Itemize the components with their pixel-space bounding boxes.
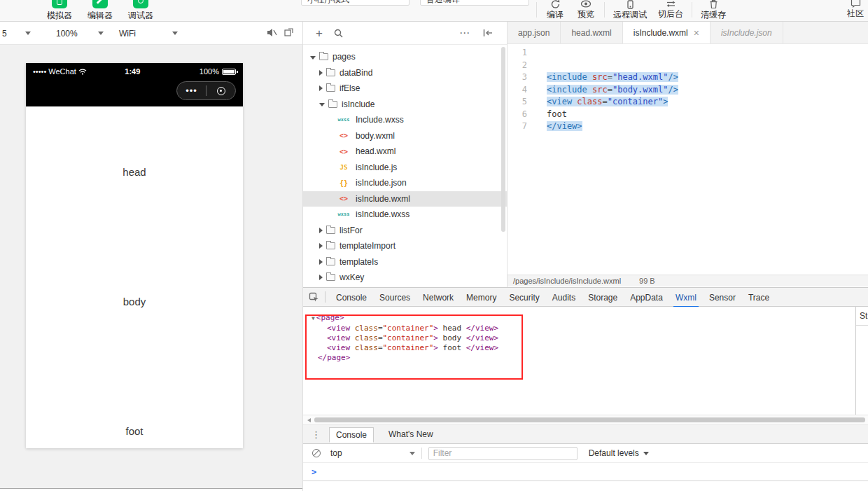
close-icon[interactable]: × (694, 28, 699, 38)
console-filter-input[interactable] (428, 447, 578, 460)
compile-button[interactable]: 编译 (540, 0, 570, 21)
wxml-node[interactable]: ▼<page> (312, 313, 855, 324)
tree-item-isInclude.wxml[interactable]: <>isInclude.wxml (303, 191, 507, 207)
code-token: </view> (466, 324, 498, 333)
file-tree-scrollbar[interactable] (501, 47, 505, 232)
zoom-select[interactable]: 100% (56, 22, 104, 45)
tree-item-head.wxml[interactable]: <>head.wxml (303, 144, 507, 160)
drawer-tab-whats-new[interactable]: What's New (382, 427, 440, 441)
tree-item-dataBind[interactable]: dataBind (303, 65, 507, 81)
chevron-right-icon[interactable] (319, 243, 323, 249)
network-select-value: WiFi (119, 29, 136, 39)
capsule-menu[interactable]: ••• (176, 81, 236, 100)
devtools-tab-network[interactable]: Network (416, 288, 460, 307)
debugger-button[interactable]: 调试器 (120, 0, 161, 22)
editor-tab-isInclude.json[interactable]: isInclude.json (710, 22, 783, 43)
scroll-left-icon[interactable] (307, 418, 311, 422)
code-token: <include (547, 85, 587, 95)
wxml-node[interactable]: <view class="container"> body </view> (312, 333, 855, 343)
code-line-text: </view> (547, 121, 582, 131)
capsule-more-icon[interactable]: ••• (177, 82, 206, 99)
carrier-label: ••••• WeChat (33, 67, 87, 76)
editor-tab-head.wxml[interactable]: head.wxml (561, 22, 622, 43)
folder-icon (326, 242, 335, 249)
mode-select[interactable]: 小程序模式 (301, 0, 410, 6)
chevron-down-icon[interactable] (319, 103, 325, 106)
network-select[interactable]: WiFi (119, 22, 178, 45)
chevron-right-icon[interactable] (319, 70, 323, 76)
folder-icon (326, 69, 335, 76)
mute-icon[interactable] (267, 28, 277, 39)
phone-statusbar: ••••• WeChat 1:49 100% ••• (26, 63, 243, 106)
console-input-line[interactable]: > (303, 463, 868, 481)
chevron-right-icon[interactable] (319, 275, 323, 280)
tree-item-isInclude.wxss[interactable]: wxssisInclude.wxss (303, 207, 507, 223)
editor-tab-isInclude.wxml[interactable]: isInclude.wxml× (623, 22, 710, 43)
clear-console-icon[interactable] (312, 449, 321, 457)
device-select[interactable]: 5 (2, 22, 31, 45)
detach-window-icon[interactable] (284, 28, 293, 39)
tree-item-ifElse[interactable]: ifElse (303, 81, 507, 97)
editor-button[interactable]: 编辑器 (80, 0, 120, 22)
code-token: </view> (466, 343, 498, 352)
preview-button[interactable]: 预览 (570, 0, 601, 20)
community-button-label: 社区 (847, 8, 864, 20)
switch-background-button[interactable]: 切后台 (652, 0, 689, 20)
tree-item-body.wxml[interactable]: <>body.wxml (303, 128, 507, 144)
tree-item-Include.wxss[interactable]: wxssInclude.wxss (303, 112, 507, 128)
log-levels-select[interactable]: Default levels (589, 448, 649, 458)
code-token (350, 333, 355, 343)
code-token: <view (327, 324, 350, 333)
tree-item-isInclude.js[interactable]: JSisInclude.js (303, 160, 507, 176)
search-icon[interactable] (334, 29, 343, 38)
tree-item-isInclude.json[interactable]: {}isInclude.json (303, 175, 507, 191)
devtools-tab-storage[interactable]: Storage (582, 288, 624, 307)
code-token: head (438, 324, 466, 333)
wxml-node[interactable]: <view class="container"> head </view> (312, 324, 855, 333)
devtools-tab-audits[interactable]: Audits (546, 288, 582, 307)
code-area[interactable]: <include src="head.wxml"/><include src="… (534, 44, 678, 275)
chevron-right-icon[interactable] (319, 85, 323, 91)
clear-cache-button[interactable]: 清缓存 (695, 0, 732, 21)
wxml-node[interactable]: <view class="container"> foot </view> (312, 343, 855, 353)
editor-tab-app.json[interactable]: app.json (507, 22, 561, 43)
chevron-down-icon[interactable] (310, 56, 316, 60)
devtools-tab-appdata[interactable]: AppData (624, 288, 669, 307)
devtools-tab-security[interactable]: Security (503, 288, 545, 307)
line-number: 3 (507, 71, 527, 84)
inspect-element-icon[interactable] (309, 292, 319, 303)
remote-debug-button[interactable]: 远程调试 (608, 0, 652, 21)
context-select[interactable]: top (330, 448, 415, 458)
kebab-menu-icon[interactable]: ⋮ (312, 429, 321, 440)
drawer-tab-console[interactable]: Console (329, 427, 374, 443)
tree-item-pages[interactable]: pages (303, 49, 507, 65)
expander-arrow-icon[interactable]: ▼ (312, 315, 315, 321)
horizontal-scrollbar[interactable] (303, 415, 868, 425)
simulator-button[interactable]: 模拟器 (39, 0, 80, 22)
compile-mode-select[interactable]: 普通编译 (420, 0, 529, 6)
wxml-tree[interactable]: ▼<page><view class="container"> head </v… (303, 307, 855, 415)
devtools-tab-sources[interactable]: Sources (373, 288, 416, 307)
devtools-tab-console[interactable]: Console (330, 288, 373, 307)
add-file-button[interactable]: + (316, 27, 323, 39)
devtools-tab-sensor[interactable]: Sensor (703, 288, 742, 307)
collapse-panel-icon[interactable] (483, 29, 493, 37)
wxml-node[interactable]: </page> (312, 353, 855, 363)
tree-item-templateImport[interactable]: templateImport (303, 238, 507, 254)
tree-item-listFor[interactable]: listFor (303, 223, 507, 239)
toolbar-divider (692, 2, 692, 18)
wxml-file-icon: <> (336, 148, 351, 155)
tree-item-wxKey[interactable]: wxKey (303, 270, 507, 286)
editor-body[interactable]: 1234567 <include src="head.wxml"/><inclu… (507, 44, 868, 275)
chevron-right-icon[interactable] (319, 259, 323, 265)
capsule-home-icon[interactable] (206, 82, 235, 99)
devtools-tab-trace[interactable]: Trace (742, 288, 776, 307)
chevron-right-icon[interactable] (319, 228, 323, 233)
devtools-tab-wxml[interactable]: Wxml (669, 288, 703, 307)
tree-item-templateIs[interactable]: templateIs (303, 254, 507, 270)
tree-item-isInclude[interactable]: isInclude (303, 97, 507, 113)
more-options-icon[interactable]: ⋯ (459, 27, 470, 39)
scrollbar-thumb[interactable] (314, 417, 865, 422)
community-button[interactable]: 社区 (837, 0, 868, 20)
devtools-tab-memory[interactable]: Memory (460, 288, 503, 307)
